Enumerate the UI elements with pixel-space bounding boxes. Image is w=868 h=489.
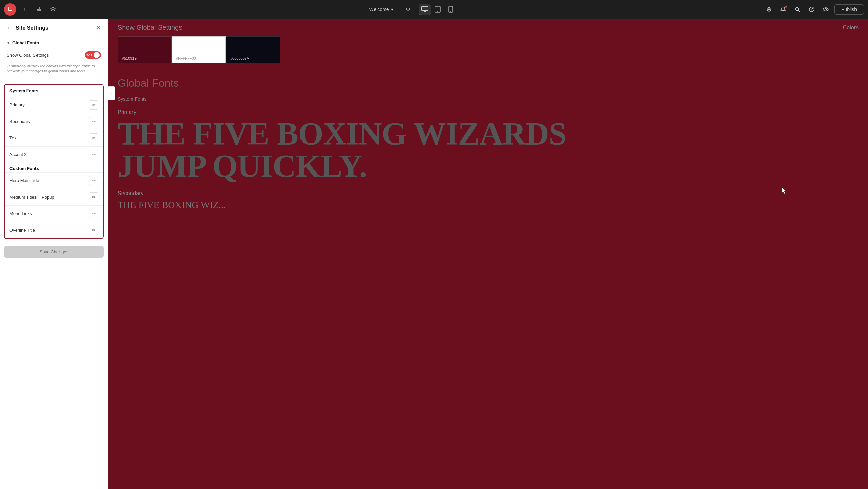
canvas-collapse-handle[interactable]: ‹ (108, 86, 115, 100)
font-name-primary: Primary (9, 102, 25, 107)
show-global-toggle[interactable]: Yes (85, 51, 101, 59)
topbar-left: E ＋ (0, 3, 63, 16)
canvas-global-fonts-heading: Global Fonts (118, 77, 859, 89)
canvas-secondary-sample: THE FIVE BOXING WIZ... (118, 199, 859, 211)
sidebar-header: ← Site Settings ✕ (0, 19, 108, 37)
font-name-accent2: Accent 2 (9, 152, 27, 157)
mobile-icon (448, 6, 453, 13)
font-row-accent2: Accent 2 ✏ (5, 146, 103, 163)
add-element-button[interactable]: ＋ (19, 4, 30, 15)
desktop-icon (421, 6, 428, 12)
edit-accent2-button[interactable]: ✏ (89, 150, 98, 159)
launch-button[interactable] (763, 4, 775, 15)
edit-overline-button[interactable]: ✏ (89, 226, 98, 235)
show-global-settings-row: Show Global Settings Yes (0, 48, 108, 62)
svg-line-15 (798, 10, 800, 12)
color-swatch-white[interactable]: #FFFFFF00 (172, 36, 226, 63)
svg-point-3 (37, 9, 39, 10)
layers-icon (50, 7, 56, 12)
svg-point-14 (795, 7, 799, 11)
show-global-label: Show Global Settings (7, 53, 49, 58)
search-button[interactable] (792, 4, 803, 15)
welcome-dropdown[interactable]: Welcome ▾ (366, 5, 396, 14)
publish-button[interactable]: Publish (834, 4, 864, 15)
canvas-primary-label: Primary (118, 109, 859, 115)
svg-point-5 (39, 10, 41, 11)
svg-rect-6 (422, 6, 428, 11)
question-icon (809, 6, 815, 12)
color-swatch-dark[interactable]: #510919 (118, 36, 172, 63)
tablet-mode-button[interactable] (432, 4, 443, 15)
font-row-menu-links: Menu Links ✏ (5, 205, 103, 222)
topbar-center: Welcome ▾ ⚙ (63, 4, 759, 15)
collapse-arrow-icon: ▼ (7, 41, 10, 45)
global-fonts-heading: Global Fonts (12, 40, 39, 45)
svg-point-17 (811, 10, 812, 11)
edit-menu-links-button[interactable]: ✏ (89, 209, 98, 218)
notifications-button[interactable] (777, 4, 789, 15)
svg-point-10 (437, 11, 438, 12)
global-fonts-section: ▼ Global Fonts Show Global Settings Yes … (0, 37, 108, 80)
font-name-secondary: Secondary (9, 119, 30, 124)
chevron-down-icon: ▾ (391, 7, 393, 12)
finder-button[interactable] (33, 4, 45, 15)
color-swatches-row: #510919 #FFFFFF00 #0000007A (108, 36, 868, 70)
swatch-black-label: #0000007A (230, 56, 249, 60)
font-name-text: Text (9, 135, 18, 140)
layers-button[interactable] (47, 4, 59, 15)
search-icon (794, 6, 800, 12)
global-fonts-collapse-header[interactable]: ▼ Global Fonts (0, 37, 108, 48)
font-name-medium-titles: Medium Titles + Popup (9, 195, 54, 200)
edit-secondary-button[interactable]: ✏ (89, 117, 98, 126)
canvas-header-title: Show Global Settings (118, 24, 182, 31)
svg-point-18 (825, 8, 827, 10)
font-row-primary: Primary ✏ (5, 97, 103, 113)
topbar-right: Publish (759, 4, 868, 15)
rocket-icon (766, 6, 772, 12)
font-row-medium-titles: Medium Titles + Popup ✏ (5, 189, 103, 205)
canvas-primary-sample: THE FIVE BOXING WIZARDSJUMP QUICKLY. (118, 118, 859, 182)
save-changes-button[interactable]: Save Changes (4, 246, 104, 258)
color-swatch-black[interactable]: #0000007A (226, 36, 280, 63)
system-fonts-group: System Fonts Primary ✏ Secondary ✏ Text … (4, 84, 104, 239)
canvas-secondary-label: Secondary (118, 190, 859, 197)
font-row-overline: Overline Title ✏ (5, 222, 103, 238)
device-mode-switcher (419, 4, 456, 15)
sliders-icon (36, 7, 42, 12)
desktop-mode-button[interactable] (419, 4, 431, 15)
svg-point-12 (450, 11, 451, 12)
help-button[interactable] (806, 4, 817, 15)
custom-fonts-header: Custom Fonts (9, 166, 98, 171)
eye-icon (823, 6, 829, 12)
font-name-menu-links: Menu Links (9, 211, 32, 216)
svg-point-13 (768, 9, 770, 10)
colors-link[interactable]: Colors (843, 25, 859, 31)
font-row-text: Text ✏ (5, 130, 103, 146)
font-row-secondary: Secondary ✏ (5, 113, 103, 130)
back-button[interactable]: ← (7, 25, 12, 31)
settings-button[interactable]: ⚙ (402, 4, 414, 15)
edit-text-button[interactable]: ✏ (89, 133, 98, 143)
edit-primary-button[interactable]: ✏ (89, 100, 98, 110)
notification-dot (785, 5, 787, 8)
mobile-mode-button[interactable] (445, 4, 456, 15)
font-row-hero-main: Hero Main Title ✏ (5, 172, 103, 189)
toggle-circle (94, 52, 100, 58)
close-sidebar-button[interactable]: ✕ (96, 24, 101, 32)
toggle-yes-label: Yes (86, 53, 92, 57)
system-fonts-header: System Fonts (5, 85, 103, 97)
swatch-dark-label: #510919 (122, 56, 137, 60)
svg-point-1 (39, 7, 40, 9)
canvas-global-fonts-section: Global Fonts System Fonts Primary THE FI… (108, 70, 868, 217)
swatch-white-label: #FFFFFF00 (176, 56, 196, 60)
sidebar-header-left: ← Site Settings (7, 25, 48, 31)
sidebar-title: Site Settings (16, 25, 48, 31)
left-sidebar: ← Site Settings ✕ ▼ Global Fonts Show Gl… (0, 19, 108, 489)
preview-button[interactable] (820, 4, 831, 15)
edit-hero-main-button[interactable]: ✏ (89, 176, 98, 185)
tablet-icon (435, 6, 441, 13)
edit-medium-titles-button[interactable]: ✏ (89, 192, 98, 202)
elementor-logo[interactable]: E (4, 3, 16, 16)
canvas-area: ‹ Show Global Settings Colors #510919 #F… (108, 19, 868, 489)
main-layout: ← Site Settings ✕ ▼ Global Fonts Show Gl… (0, 19, 868, 489)
